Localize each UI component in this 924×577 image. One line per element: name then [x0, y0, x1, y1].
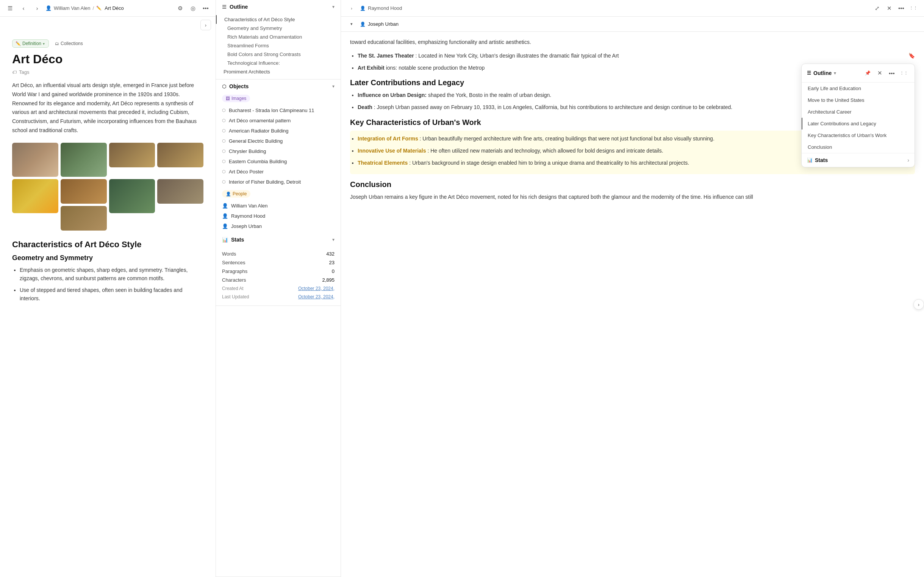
image-item-icon: ⬡	[222, 118, 226, 123]
right-dots-button[interactable]: ⋮⋮	[908, 3, 919, 14]
right-content: toward educational facilities, emphasizi…	[341, 32, 924, 577]
person-list-item[interactable]: 👤 William Van Alen	[216, 201, 341, 211]
settings-button[interactable]: ⚙	[174, 3, 185, 14]
image-item[interactable]	[109, 143, 155, 168]
outline-dropdown: ☰ Outline ▾ 📌 ✕ ••• ⋮⋮ Early Life and Ed…	[801, 64, 915, 168]
highlight-term-2: Innovative Use of Materials	[358, 148, 426, 154]
bookmark-icon[interactable]: 🔖	[908, 52, 915, 61]
sidebar-toggle-button[interactable]: ☰	[5, 3, 15, 14]
images-badge[interactable]: 🖼 Images	[222, 95, 250, 102]
image-item[interactable]	[157, 143, 204, 168]
stats-dropdown-header[interactable]: 📊 Stats ›	[802, 153, 914, 167]
body-text: Art Déco, an influential visual arts des…	[12, 81, 204, 135]
image-list-item[interactable]: ⬡ General Electric Building	[216, 136, 341, 146]
image-list-item[interactable]: ⬡ Chrysler Building	[216, 146, 341, 156]
middle-panel: ☰ Outline ▾ Characteristics of Art Déco …	[216, 0, 341, 577]
target-button[interactable]: ◎	[187, 3, 198, 14]
image-item[interactable]	[12, 143, 58, 177]
highlight-text-3: : Urban's background in stage design ena…	[409, 160, 689, 166]
outline-item[interactable]: Technological Influence:	[216, 59, 341, 68]
image-list-item[interactable]: ⬡ American Radiator Building	[216, 126, 341, 136]
outline-dropdown-item[interactable]: Early Life and Education	[802, 82, 914, 94]
outline-section-header[interactable]: ☰ Outline ▾	[216, 0, 341, 14]
image-item[interactable]	[61, 143, 107, 177]
outline-title: ☰ Outline	[222, 4, 248, 10]
dropdown-grip-button[interactable]: ⋮⋮	[899, 68, 909, 78]
stats-created-value[interactable]: October 23, 2024,	[298, 286, 334, 291]
objects-section-header[interactable]: ⬡ Objects ▾	[216, 79, 341, 93]
dropdown-pin-button[interactable]: 📌	[862, 68, 873, 78]
image-item[interactable]	[157, 179, 204, 204]
forward-button[interactable]: ›	[32, 3, 42, 14]
st-james-label: The St. James Theater	[358, 53, 414, 59]
stats-dropdown-icon: 📊	[807, 158, 813, 163]
collections-badge[interactable]: 🗂 Collections	[52, 40, 86, 47]
back-button[interactable]: ‹	[18, 3, 29, 14]
outline-item[interactable]: Geometry and Symmetry	[216, 24, 341, 32]
outline-section: ☰ Outline ▾ Characteristics of Art Déco …	[216, 0, 341, 79]
tags-row: 🏷 Tags	[12, 69, 204, 75]
stats-section-header[interactable]: 📊 Stats ▾	[216, 233, 341, 247]
stats-updated-row: Last Updated October 23, 2024,	[216, 293, 341, 301]
outline-dropdown-title: ☰ Outline ▾	[807, 70, 836, 76]
image-list-item[interactable]: ⬡ Bucharest - Strada Ion Câmpineanu 11	[216, 105, 341, 116]
collapse-bar: ›	[0, 17, 216, 33]
outline-item[interactable]: Bold Colors and Strong Contrasts	[216, 50, 341, 59]
right-expand-button[interactable]: ›	[346, 3, 357, 14]
bullet-item: Emphasis on geometric shapes, sharp edge…	[20, 266, 204, 283]
right-top-actions: ⤢ ✕ ••• ⋮⋮	[872, 3, 919, 14]
stats-row-paragraphs: Paragraphs 0	[216, 267, 341, 276]
right-side-arrow[interactable]: ›	[913, 299, 924, 310]
image-grid	[12, 143, 204, 230]
image-item-label: Art Déco ornamental pattern	[229, 118, 291, 123]
more-button[interactable]: •••	[200, 3, 211, 14]
collections-icon: 🗂	[55, 41, 59, 46]
right-close-button[interactable]: ✕	[884, 3, 895, 14]
image-item[interactable]	[61, 179, 107, 204]
outline-dropdown-item[interactable]: Architectural Career	[802, 106, 914, 118]
person-item-label: Joseph Urban	[231, 223, 262, 229]
right-maximize-button[interactable]: ⤢	[872, 3, 882, 14]
stats-updated-value[interactable]: October 23, 2024,	[298, 294, 334, 300]
definition-chevron: ▾	[43, 42, 45, 46]
image-list-item[interactable]: ⬡ Art Déco ornamental pattern	[216, 116, 341, 126]
image-item[interactable]	[12, 179, 58, 213]
collapse-right-button[interactable]: ›	[200, 20, 211, 30]
outline-item[interactable]: Promiment Architects	[216, 68, 341, 76]
breadcrumb-parent[interactable]: William Van Alen	[54, 5, 90, 11]
outline-item[interactable]: Streamlined Forms	[216, 41, 341, 50]
right-more-button[interactable]: •••	[896, 3, 906, 14]
conclusion-heading: Conclusion	[350, 180, 915, 189]
outline-item[interactable]: Characteristics of Art Déco Style	[216, 15, 341, 24]
right-intro-text: toward educational facilities, emphasizi…	[350, 38, 915, 47]
person-list-item[interactable]: 👤 Raymond Hood	[216, 211, 341, 221]
stats-title: 📊 Stats	[222, 237, 244, 243]
image-item[interactable]	[109, 179, 155, 213]
image-list-item[interactable]: ⬡ Art Déco Poster	[216, 167, 341, 177]
outline-dropdown-item[interactable]: Move to the United States	[802, 94, 914, 106]
people-badge[interactable]: 👤 People	[222, 190, 250, 198]
outline-dropdown-item[interactable]: Key Characteristics of Urban's Work	[802, 129, 914, 141]
stats-words-value: 432	[326, 251, 334, 257]
person-nav-joseph-label: Joseph Urban	[368, 21, 399, 27]
image-item-label: Bucharest - Strada Ion Câmpineanu 11	[229, 108, 314, 113]
art-exhibit-label: Art Exhibit	[358, 65, 384, 71]
definition-badge[interactable]: ✏️ Definition ▾	[12, 39, 49, 48]
sub-expand-button[interactable]: ▾	[346, 19, 357, 29]
person-list-item[interactable]: 👤 Joseph Urban	[216, 221, 341, 231]
outline-dropdown-item-active[interactable]: Later Contributions and Legacy	[802, 118, 914, 129]
person-nav-raymond[interactable]: 👤 Raymond Hood	[360, 5, 402, 11]
stats-created-row: Created At October 23, 2024,	[216, 284, 341, 293]
stats-dropdown-title: 📊 Stats	[807, 157, 828, 163]
dropdown-close-button[interactable]: ✕	[874, 68, 885, 78]
outline-item[interactable]: Rich Materials and Ornamentation	[216, 32, 341, 41]
image-list-item[interactable]: ⬡ Eastern Columbia Building	[216, 156, 341, 167]
person-nav-joseph[interactable]: 👤 Joseph Urban	[360, 21, 399, 27]
stats-row-sentences: Sentences 23	[216, 258, 341, 267]
outline-dropdown-item[interactable]: Conclusion	[802, 141, 914, 153]
outline-dropdown-header: ☰ Outline ▾ 📌 ✕ ••• ⋮⋮	[802, 64, 914, 82]
stats-sentences-value: 23	[329, 260, 334, 265]
image-list-item[interactable]: ⬡ Interior of Fisher Building, Detroit	[216, 177, 341, 187]
image-item[interactable]	[61, 206, 107, 230]
dropdown-more-button[interactable]: •••	[887, 68, 897, 78]
